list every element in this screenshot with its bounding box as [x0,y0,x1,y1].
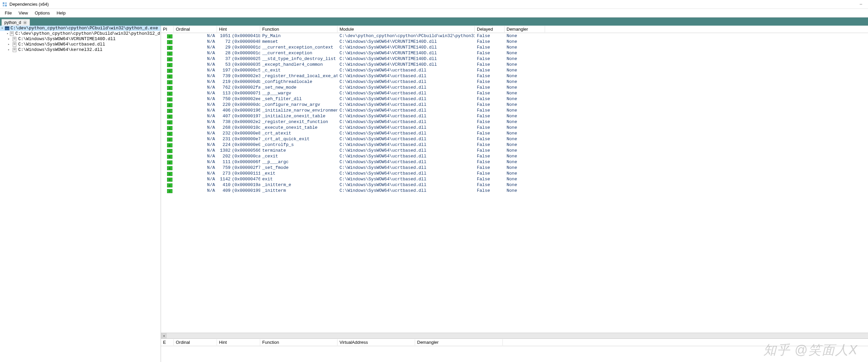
function-cell: _set_new_mode [260,85,337,90]
table-row[interactable]: CN/A762(0x000002fa)_set_new_modeC:\Windo… [161,85,868,90]
col-hint-exp[interactable]: Hint [217,339,260,345]
table-row[interactable]: CN/A738(0x000002e2)_register_onexit_func… [161,119,868,125]
table-row[interactable]: CN/A224(0x000000e0)_controlfp_sC:\Window… [161,142,868,148]
table-row[interactable]: CN/A197(0x000000c5)_c_exitC:\Windows\Sys… [161,67,868,73]
tab-python-d[interactable]: python_d ✕ [1,19,30,26]
app-icon [2,2,7,7]
tree-item[interactable]: ▸C:\Windows\SysWOW64\ucrtbased.dll [0,42,161,47]
close-icon[interactable]: ✕ [23,21,27,25]
module-cell: C:\Windows\SysWOW64\ucrtbased.dll [337,91,475,96]
table-row[interactable]: CN/A739(0x000002e3)_register_thread_loca… [161,73,868,79]
function-cell: _register_thread_local_exe_atexit [260,73,337,79]
col-demangler[interactable]: Demangler [505,26,545,32]
table-row[interactable]: CN/A53(0x00000035)_except_handler4_commo… [161,62,868,67]
pi-cell: C [161,188,174,193]
col-delayed[interactable]: Delayed [475,26,505,32]
table-row[interactable]: CN/A232(0x000000e8)_crt_atexitC:\Windows… [161,130,868,136]
module-cell: C:\Windows\SysWOW64\ucrtbased.dll [337,73,475,79]
ordinal-cell: N/A [174,108,217,113]
table-row[interactable]: CN/A113(0x00000071)__p___wargvC:\Windows… [161,90,868,96]
right-panes: PI Ordinal Hint Function Module Delayed … [161,26,868,362]
table-row[interactable]: CN/A409(0x00000199)_inittermC:\Windows\S… [161,188,868,193]
module-tree[interactable]: ▾C:\dev\python_cpython\cpython\PCbuild\w… [0,26,161,362]
hint-num-cell: 231 [217,137,231,142]
ordinal-cell: N/A [174,45,217,50]
tree-toggle-icon[interactable]: ▸ [7,31,8,36]
function-cell: _initialize_onexit_table [260,114,337,119]
module-cell: C:\dev\python_cpython\cpython\PCbuild\wi… [337,33,475,38]
demangler-cell: None [505,165,545,170]
table-row[interactable]: CN/A410(0x0000019a)_initterm_eC:\Windows… [161,182,868,188]
table-row[interactable]: CN/A1382(0x00000566)terminateC:\Windows\… [161,148,868,153]
table-row[interactable]: CN/A273(0x00000111)_exitC:\Windows\SysWO… [161,171,868,176]
table-row[interactable]: CN/A111(0x0000006f)__p___argcC:\Windows\… [161,159,868,165]
col-demangler-exp[interactable]: Demangler [415,339,503,345]
col-function-exp[interactable]: Function [260,339,337,345]
col-hint[interactable]: Hint [217,26,260,32]
c-badge-icon: C [167,189,172,193]
module-cell: C:\Windows\SysWOW64\ucrtbased.dll [337,137,475,142]
table-row[interactable]: CN/A220(0x000000dc)_configure_narrow_arg… [161,102,868,108]
delayed-cell: False [475,39,505,44]
function-cell: _execute_onexit_table [260,125,337,130]
col-ordinal-exp[interactable]: Ordinal [174,339,217,345]
imports-header[interactable]: PI Ordinal Hint Function Module Delayed … [161,26,868,33]
tree-item-label: C:\Windows\SysWOW64\kernel32.dll [18,47,103,53]
table-row[interactable]: CN/A1142(0x00000476)exitC:\Windows\SysWO… [161,176,868,182]
svg-rect-11 [13,38,16,38]
imports-hscrollbar[interactable]: ◂ [161,333,868,338]
col-pi[interactable]: PI [161,26,174,32]
tree-item[interactable]: ▸C:\Windows\SysWOW64\kernel32.dll [0,47,161,53]
col-module[interactable]: Module [337,26,475,32]
table-row[interactable]: CN/A759(0x000002f7)_set_fmodeC:\Windows\… [161,165,868,171]
module-cell: C:\Windows\SysWOW64\ucrtbased.dll [337,119,475,124]
table-row[interactable]: CN/A406(0x00000196)_initialize_narrow_en… [161,108,868,113]
minimize-button[interactable]: ─ [856,0,866,8]
table-row[interactable]: CN/A37(0x00000025)__std_type_info_destro… [161,56,868,62]
delayed-cell: False [475,68,505,73]
menu-file[interactable]: File [1,9,15,17]
table-row[interactable]: CN/A1051(0x0000041b)Py_MainC:\dev\python… [161,33,868,39]
exports-header[interactable]: E Ordinal Hint Function VirtualAddress D… [161,339,868,346]
tree-toggle-icon[interactable]: ▸ [7,36,11,42]
table-row[interactable]: CN/A407(0x00000197)_initialize_onexit_ta… [161,113,868,119]
table-row[interactable]: CN/A28(0x0000001c)__current_exceptionC:\… [161,50,868,56]
table-row[interactable]: CN/A219(0x000000db)_configthreadlocaleC:… [161,79,868,85]
table-row[interactable]: CN/A268(0x0000010c)_execute_onexit_table… [161,125,868,130]
col-virtualaddress[interactable]: VirtualAddress [337,339,415,345]
tree-toggle-icon[interactable]: ▸ [7,47,11,53]
hint-num-cell: 37 [217,56,231,61]
tree-item[interactable]: ▸C:\dev\python_cpython\cpython\PCbuild\w… [0,31,161,36]
col-ordinal[interactable]: Ordinal [174,26,217,32]
hint-num-cell: 268 [217,125,231,130]
hint-hex-cell: (0x00000199) [231,188,260,193]
table-row[interactable]: CN/A202(0x000000ca)_cexitC:\Windows\SysW… [161,153,868,159]
col-e[interactable]: E [161,339,174,345]
ordinal-cell: N/A [174,56,217,61]
module-cell: C:\Windows\SysWOW64\ucrtbased.dll [337,131,475,136]
tree-toggle-icon[interactable]: ▸ [7,42,11,47]
c-badge-icon: C [167,74,172,79]
menu-help[interactable]: Help [53,9,69,17]
tree-item[interactable]: ▸C:\Windows\SysWOW64\VCRUNTIME140D.dll [0,36,161,42]
c-badge-icon: C [167,57,172,61]
table-row[interactable]: CN/A72(0x00000048)memsetC:\Windows\SysWO… [161,39,868,44]
c-badge-icon: C [167,103,172,107]
menu-options[interactable]: Options [31,9,53,17]
hint-hex-cell: (0x000000ca) [231,154,260,159]
module-cell: C:\Windows\SysWOW64\ucrtbased.dll [337,177,475,182]
scroll-left-icon[interactable]: ◂ [161,333,167,338]
c-badge-icon: C [167,178,172,182]
hint-hex-cell: (0x0000001d) [231,45,260,50]
menu-view[interactable]: View [15,9,31,17]
exports-grid[interactable] [161,346,868,362]
c-badge-icon: C [167,172,172,176]
col-function[interactable]: Function [260,26,337,32]
tree-item[interactable]: ▾C:\dev\python_cpython\cpython\PCbuild\w… [0,26,161,31]
table-row[interactable]: CN/A231(0x000000e7)_crt_at_quick_exitC:\… [161,136,868,142]
tree-toggle-icon[interactable]: ▾ [1,26,4,31]
table-row[interactable]: CN/A29(0x0000001d)__current_exception_co… [161,44,868,50]
imports-grid[interactable]: CN/A1051(0x0000041b)Py_MainC:\dev\python… [161,33,868,333]
table-row[interactable]: CN/A750(0x000002ee)_seh_filter_dllC:\Win… [161,96,868,102]
delayed-cell: False [475,108,505,113]
